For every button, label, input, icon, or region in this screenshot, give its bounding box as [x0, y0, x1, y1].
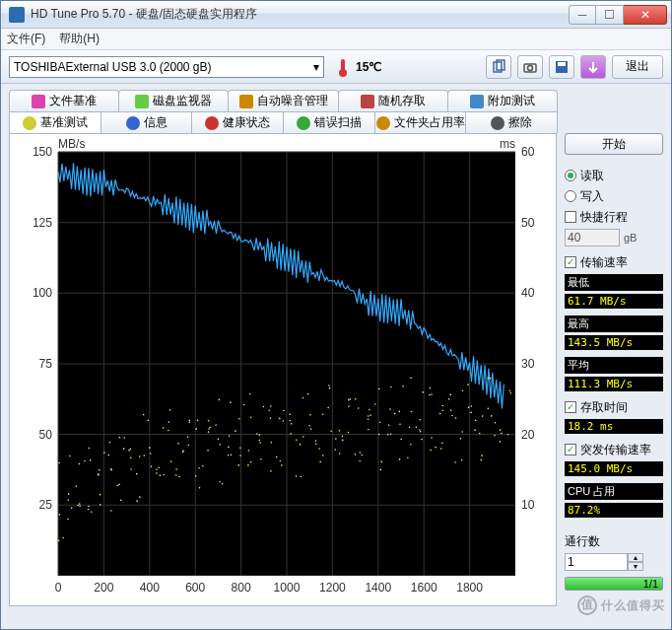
app-icon: [9, 7, 25, 23]
svg-point-245: [430, 450, 432, 452]
svg-point-168: [290, 420, 292, 422]
svg-point-174: [302, 436, 304, 438]
tab-健康状态[interactable]: 健康状态: [191, 111, 284, 133]
tab-文件基准[interactable]: 文件基准: [9, 90, 119, 111]
tab-磁盘监视器[interactable]: 磁盘监视器: [118, 90, 229, 111]
copy-button[interactable]: [486, 55, 511, 79]
svg-point-55: [71, 507, 73, 509]
save-button[interactable]: [549, 55, 574, 79]
svg-point-53: [67, 499, 69, 501]
svg-point-241: [429, 394, 431, 396]
svg-point-127: [207, 450, 209, 452]
temperature-value: 15℃: [356, 60, 381, 74]
screenshot-button[interactable]: [517, 55, 543, 79]
svg-point-100: [156, 468, 158, 470]
tab-错误扫描[interactable]: 错误扫描: [283, 111, 375, 133]
access-time-checkbox[interactable]: ✓: [565, 401, 576, 413]
drive-select[interactable]: TOSHIBAExternal USB 3.0 (2000 gB) ▾: [9, 56, 324, 78]
tab-擦除[interactable]: 擦除: [465, 111, 558, 133]
tab-随机存取[interactable]: 随机存取: [338, 90, 448, 111]
passes-label: 通行数: [565, 533, 663, 550]
svg-point-128: [208, 428, 210, 430]
svg-point-62: [88, 506, 90, 508]
svg-point-163: [283, 410, 285, 412]
svg-point-152: [259, 442, 261, 444]
svg-text:1200: 1200: [319, 581, 346, 595]
svg-point-277: [500, 429, 502, 431]
toolbar: TOSHIBAExternal USB 3.0 (2000 gB) ▾ 15℃ …: [1, 50, 671, 84]
svg-point-237: [421, 439, 423, 441]
titlebar: HD Tune Pro 5.70 - 硬盘/固态硬盘实用程序 ─ ☐ ✕: [1, 1, 671, 29]
svg-point-83: [123, 448, 125, 450]
svg-point-78: [116, 485, 118, 487]
svg-text:ms: ms: [500, 138, 515, 151]
svg-point-147: [250, 416, 252, 418]
burst-label: 突发传输速率: [580, 442, 651, 458]
svg-point-246: [435, 447, 437, 449]
svg-point-160: [268, 409, 270, 411]
svg-point-124: [208, 420, 210, 422]
read-radio[interactable]: [565, 170, 576, 181]
cpu-value: 87.2%: [565, 503, 663, 518]
passes-down[interactable]: ▼: [628, 562, 643, 571]
exit-button[interactable]: 退出: [612, 55, 663, 79]
svg-point-51: [68, 493, 70, 495]
svg-point-215: [380, 469, 382, 471]
svg-point-203: [359, 460, 361, 462]
svg-point-3: [528, 65, 533, 70]
svg-point-224: [394, 413, 396, 415]
svg-point-161: [270, 470, 272, 472]
svg-point-223: [390, 434, 392, 436]
svg-text:400: 400: [140, 581, 160, 595]
burst-checkbox[interactable]: ✓: [565, 444, 576, 455]
short-stroke-input: [565, 229, 620, 246]
svg-point-235: [416, 426, 418, 428]
svg-point-176: [301, 476, 302, 478]
svg-point-282: [509, 392, 511, 394]
short-stroke-checkbox[interactable]: [565, 211, 576, 223]
svg-point-243: [431, 393, 433, 395]
tab-附加测试[interactable]: 附加测试: [447, 90, 558, 111]
svg-point-145: [243, 404, 245, 406]
side-panel: 开始 读取 写入 快捷行程 gB ✓传输速率 最低 61.7 MB/s 最高 1…: [565, 90, 663, 606]
svg-point-269: [481, 455, 483, 456]
svg-point-272: [480, 459, 482, 461]
tab-文件夹占用率[interactable]: 文件夹占用率: [374, 111, 467, 133]
tab-基准测试[interactable]: 基准测试: [9, 111, 101, 133]
transfer-rate-checkbox[interactable]: ✓: [565, 256, 576, 268]
write-radio[interactable]: [565, 190, 576, 202]
svg-point-200: [342, 440, 344, 442]
refresh-button[interactable]: [580, 55, 606, 79]
svg-point-126: [208, 431, 210, 433]
menu-file[interactable]: 文件(F): [7, 31, 45, 47]
svg-point-109: [177, 443, 179, 445]
passes-input[interactable]: [565, 553, 628, 571]
svg-point-205: [358, 407, 360, 409]
svg-point-182: [309, 414, 311, 416]
svg-point-256: [450, 410, 452, 412]
svg-point-221: [389, 408, 391, 410]
svg-point-232: [410, 378, 412, 380]
svg-point-167: [283, 420, 285, 422]
svg-point-99: [151, 465, 153, 467]
passes-up[interactable]: ▲: [628, 553, 643, 562]
svg-point-201: [348, 399, 350, 401]
tab-自动噪音管理[interactable]: 自动噪音管理: [228, 90, 338, 111]
svg-point-197: [348, 432, 350, 434]
svg-point-189: [322, 413, 324, 415]
svg-point-264: [475, 420, 477, 422]
svg-point-251: [441, 409, 443, 411]
menu-help[interactable]: 帮助(H): [59, 31, 100, 47]
maximize-button[interactable]: ☐: [596, 5, 624, 25]
tab-信息[interactable]: 信息: [101, 111, 193, 133]
minimize-button[interactable]: ─: [569, 5, 596, 25]
svg-point-104: [160, 474, 162, 476]
svg-point-236: [419, 419, 421, 421]
max-value: 143.5 MB/s: [565, 335, 663, 350]
transfer-rate-label: 传输速率: [580, 254, 628, 271]
close-button[interactable]: ✕: [624, 5, 667, 25]
start-button[interactable]: 开始: [565, 133, 663, 155]
svg-point-80: [120, 500, 122, 502]
svg-point-198: [349, 398, 351, 400]
svg-point-71: [99, 469, 101, 471]
